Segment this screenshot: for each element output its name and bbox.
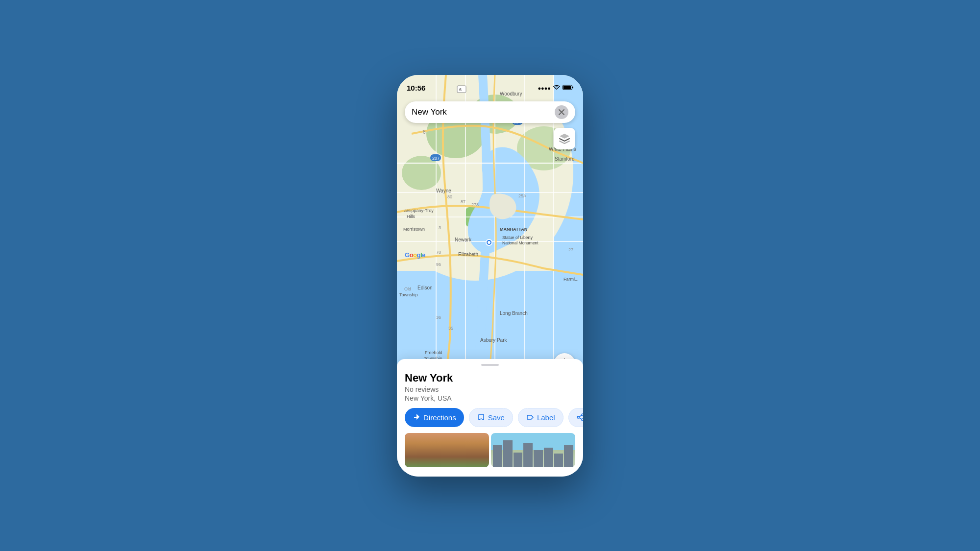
svg-text:Morristown: Morristown — [403, 227, 425, 232]
svg-text:Edison: Edison — [417, 285, 433, 290]
svg-line-76 — [579, 418, 582, 419]
svg-text:278: 278 — [471, 202, 479, 207]
wifi-icon — [553, 85, 560, 92]
svg-text:78: 78 — [436, 250, 441, 255]
svg-text:Asbury Park: Asbury Park — [480, 337, 507, 343]
svg-rect-2 — [564, 85, 571, 89]
layers-icon — [559, 133, 570, 144]
google-logo: Google — [405, 251, 425, 259]
directions-icon — [413, 413, 420, 421]
reviews-count: No reviews — [397, 385, 583, 394]
svg-text:87: 87 — [461, 199, 466, 204]
battery-icon — [563, 85, 573, 92]
label-icon — [526, 413, 534, 421]
svg-rect-1 — [572, 86, 573, 88]
search-clear-button[interactable] — [555, 105, 568, 119]
svg-text:3: 3 — [439, 225, 441, 230]
photo-thumb-2[interactable] — [491, 433, 575, 467]
svg-text:35: 35 — [448, 326, 453, 331]
share-icon — [577, 413, 583, 421]
phone-frame: 10:56 ●●●● — [397, 75, 583, 477]
svg-text:287: 287 — [432, 156, 440, 161]
svg-text:Farmi...: Farmi... — [564, 277, 579, 282]
svg-text:Newark: Newark — [455, 237, 472, 242]
search-input[interactable]: New York — [412, 107, 555, 117]
signal-icon: ●●●● — [538, 85, 551, 91]
svg-text:Hills: Hills — [407, 214, 415, 219]
svg-text:80: 80 — [447, 194, 452, 199]
svg-text:36: 36 — [436, 315, 441, 320]
svg-text:National Monument: National Monument — [502, 240, 539, 245]
svg-point-73 — [582, 419, 583, 421]
svg-text:Elizabeth: Elizabeth — [458, 252, 478, 257]
svg-text:6: 6 — [423, 129, 426, 135]
svg-text:Freehold: Freehold — [425, 350, 442, 355]
svg-text:95: 95 — [436, 262, 441, 267]
svg-point-74 — [577, 416, 579, 418]
location-title: New York — [397, 372, 583, 385]
svg-text:25A: 25A — [518, 193, 526, 198]
svg-text:arsippany-Troy: arsippany-Troy — [404, 208, 434, 213]
status-icons: ●●●● — [538, 85, 573, 92]
svg-text:Old: Old — [404, 287, 411, 291]
photo-thumb-1[interactable] — [405, 433, 489, 467]
svg-text:Township: Township — [399, 292, 418, 297]
svg-text:MANHATTAN: MANHATTAN — [500, 227, 527, 232]
action-buttons-row: Directions Save Label — [397, 408, 583, 433]
svg-text:Statue of Liberty: Statue of Liberty — [502, 235, 533, 240]
svg-point-72 — [582, 414, 583, 416]
status-time: 10:56 — [407, 84, 425, 92]
photos-strip[interactable] — [397, 433, 583, 467]
status-bar: 10:56 ●●●● — [397, 75, 583, 96]
save-button[interactable]: Save — [469, 408, 513, 427]
svg-point-65 — [488, 241, 490, 244]
label-button[interactable]: Label — [518, 408, 564, 427]
svg-text:Stamford: Stamford — [555, 156, 575, 162]
svg-text:Long Branch: Long Branch — [500, 311, 528, 316]
directions-button[interactable]: Directions — [405, 408, 464, 427]
label-label: Label — [537, 413, 555, 422]
search-bar[interactable]: New York — [405, 101, 575, 123]
save-icon — [477, 413, 485, 421]
svg-line-75 — [579, 415, 582, 417]
bottom-sheet: New York No reviews New York, USA Direct… — [397, 359, 583, 477]
svg-text:Wayne: Wayne — [436, 188, 451, 193]
layer-button[interactable] — [554, 128, 575, 149]
svg-text:27: 27 — [568, 247, 573, 252]
save-label: Save — [488, 413, 505, 422]
directions-label: Directions — [423, 413, 456, 422]
sheet-handle — [481, 364, 499, 366]
share-button[interactable] — [568, 408, 583, 427]
location-address: New York, USA — [397, 394, 583, 408]
